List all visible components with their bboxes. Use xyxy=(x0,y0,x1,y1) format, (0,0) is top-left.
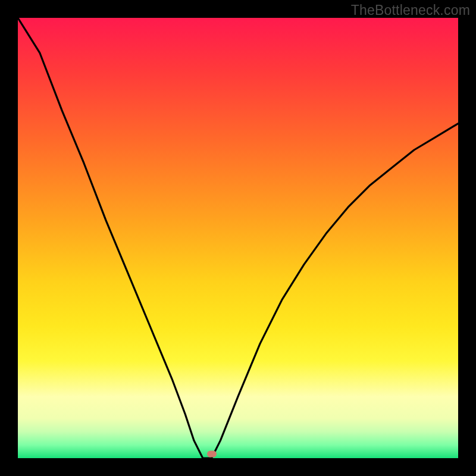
curve-path xyxy=(18,18,458,458)
curve-svg xyxy=(18,18,458,458)
optimum-marker xyxy=(207,450,217,457)
chart-frame: TheBottleneck.com xyxy=(0,0,476,476)
chart-plot-area xyxy=(18,18,458,458)
watermark-text: TheBottleneck.com xyxy=(351,2,470,18)
